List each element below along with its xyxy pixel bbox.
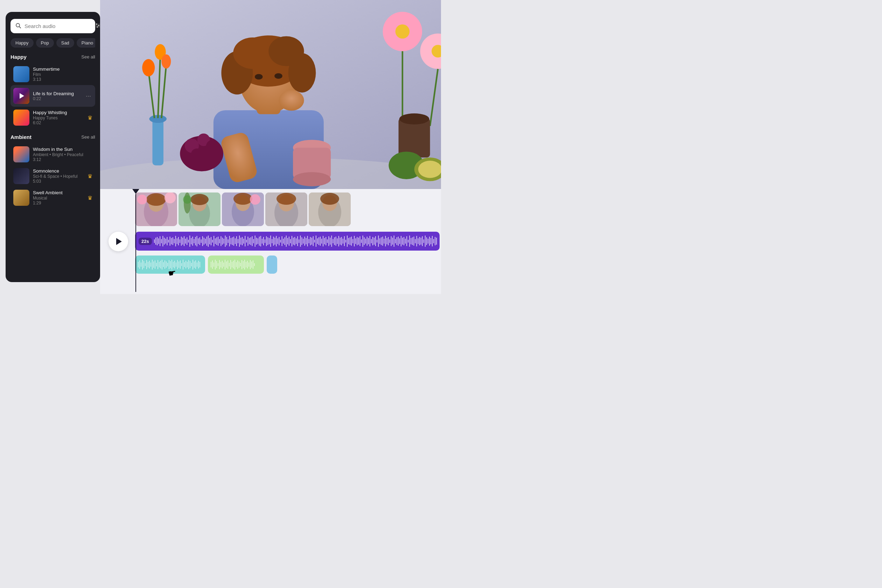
svg-rect-151 <box>262 239 262 244</box>
audio-tracks-row <box>135 255 440 274</box>
svg-rect-283 <box>149 261 150 268</box>
svg-rect-79 <box>160 236 160 246</box>
svg-rect-256 <box>411 238 411 244</box>
search-bar[interactable] <box>10 19 95 33</box>
svg-rect-306 <box>181 263 182 266</box>
svg-rect-338 <box>236 262 237 267</box>
svg-rect-341 <box>240 263 241 266</box>
svg-rect-170 <box>289 237 290 246</box>
see-all-ambient[interactable]: See all <box>81 134 95 140</box>
svg-rect-169 <box>287 238 288 244</box>
track-swell[interactable]: Swell Ambient Musical 1:29 ♛ <box>10 187 95 208</box>
play-button[interactable] <box>108 232 128 251</box>
track-name-whistling: Happy Whistling <box>33 110 84 115</box>
svg-rect-93 <box>180 239 180 243</box>
svg-rect-127 <box>228 239 228 243</box>
audio-track-green[interactable] <box>208 255 264 274</box>
svg-point-37 <box>399 113 429 124</box>
svg-rect-110 <box>204 238 204 244</box>
audio-track-blue-sm[interactable] <box>267 255 277 274</box>
audio-duration-badge: 22s <box>139 238 152 245</box>
svg-rect-255 <box>409 236 410 247</box>
track-somnolence[interactable]: Somnolence Sci-fi & Space • Hopeful 5:03… <box>10 165 95 187</box>
svg-line-1 <box>19 27 21 28</box>
svg-rect-219 <box>358 238 359 244</box>
svg-rect-171 <box>290 239 291 243</box>
svg-rect-174 <box>294 237 295 245</box>
svg-rect-248 <box>399 238 400 244</box>
search-input[interactable] <box>24 23 91 29</box>
svg-rect-188 <box>314 240 315 243</box>
svg-rect-266 <box>425 236 426 247</box>
svg-rect-272 <box>433 239 434 243</box>
svg-rect-316 <box>195 260 196 269</box>
svg-rect-240 <box>388 237 388 245</box>
svg-rect-276 <box>139 260 140 269</box>
svg-rect-287 <box>155 260 155 269</box>
svg-rect-92 <box>178 237 179 245</box>
svg-rect-172 <box>291 236 292 246</box>
svg-point-29 <box>161 54 171 69</box>
tag-happy[interactable]: Happy <box>10 38 34 48</box>
svg-rect-124 <box>223 239 224 244</box>
svg-rect-332 <box>228 260 228 269</box>
svg-rect-243 <box>392 238 393 244</box>
svg-rect-136 <box>240 238 241 244</box>
svg-rect-310 <box>187 262 188 267</box>
filmstrip <box>135 192 441 228</box>
svg-rect-88 <box>172 237 173 245</box>
tag-pop[interactable]: Pop <box>36 38 54 48</box>
track-dreaming[interactable]: Life is for Dreaming 0:22 ··· <box>10 85 95 107</box>
svg-rect-180 <box>303 239 303 244</box>
track-whistling[interactable]: Happy Whistling Happy Tunes 6:02 ♛ <box>10 107 95 129</box>
svg-rect-344 <box>244 260 245 270</box>
track-wisdom[interactable]: Wisdom in the Sun Ambient • Bright • Pea… <box>10 144 95 165</box>
svg-rect-257 <box>412 237 412 245</box>
svg-rect-157 <box>270 236 271 247</box>
svg-rect-102 <box>192 237 193 246</box>
svg-rect-254 <box>408 240 408 243</box>
svg-rect-185 <box>310 237 310 245</box>
see-all-happy[interactable]: See all <box>81 54 95 60</box>
svg-rect-277 <box>141 262 141 267</box>
svg-rect-282 <box>148 262 148 267</box>
svg-point-65 <box>234 193 252 205</box>
svg-rect-231 <box>375 236 376 246</box>
svg-rect-340 <box>239 261 239 268</box>
audio-track-teal[interactable] <box>135 255 205 274</box>
track-summertime[interactable]: Summertime Film 3:13 <box>10 63 95 85</box>
audio-track-purple[interactable]: 22s <box>135 232 440 250</box>
svg-rect-349 <box>251 261 252 268</box>
svg-rect-241 <box>389 239 390 243</box>
svg-rect-195 <box>324 238 325 244</box>
svg-rect-105 <box>196 236 197 246</box>
svg-rect-202 <box>334 237 334 245</box>
svg-rect-230 <box>374 238 375 244</box>
play-triangle <box>116 238 122 245</box>
svg-rect-83 <box>165 239 166 244</box>
svg-rect-226 <box>368 238 369 244</box>
track-more-dreaming[interactable]: ··· <box>84 91 92 101</box>
svg-rect-297 <box>169 260 170 269</box>
svg-rect-146 <box>255 236 255 247</box>
svg-rect-288 <box>156 263 157 266</box>
svg-rect-159 <box>273 237 274 246</box>
svg-rect-285 <box>152 260 153 270</box>
svg-rect-176 <box>297 236 298 246</box>
svg-rect-335 <box>232 262 232 267</box>
svg-point-6 <box>98 25 99 26</box>
tag-piano[interactable]: Piano <box>76 38 95 48</box>
crown-icon-whistling: ♛ <box>87 114 92 121</box>
svg-point-66 <box>250 194 260 205</box>
svg-rect-233 <box>378 236 379 247</box>
svg-rect-122 <box>220 236 221 246</box>
filter-icon[interactable] <box>94 22 100 30</box>
svg-rect-123 <box>222 238 223 244</box>
track-info-summertime: Summertime Film 3:13 <box>33 66 92 82</box>
svg-rect-307 <box>183 260 183 270</box>
tag-sad[interactable]: Sad <box>56 38 74 48</box>
svg-rect-147 <box>256 238 256 244</box>
svg-rect-114 <box>209 238 210 244</box>
svg-rect-317 <box>197 262 197 267</box>
svg-rect-221 <box>361 239 362 243</box>
